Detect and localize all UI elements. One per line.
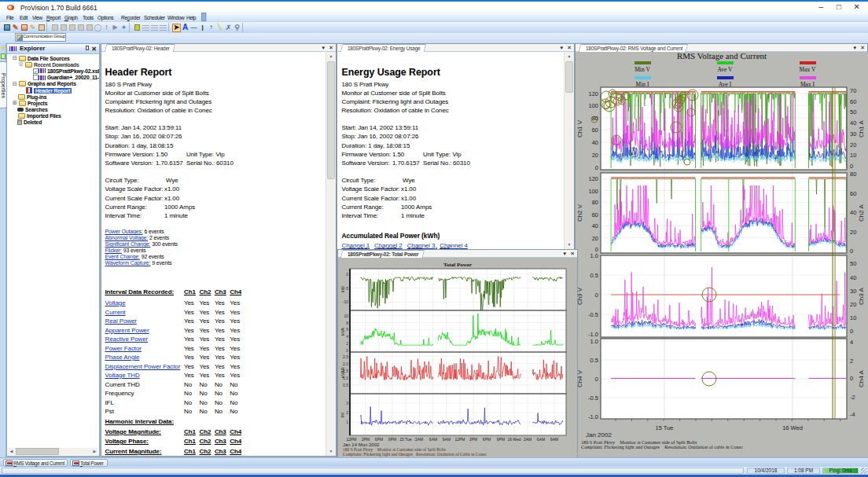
svg-text:1.0: 1.0 bbox=[590, 338, 598, 345]
svg-text:kVA: kVA bbox=[340, 328, 345, 336]
svg-text:40: 40 bbox=[850, 209, 856, 216]
svg-text:6AM: 6AM bbox=[537, 437, 545, 442]
svg-text:3PM: 3PM bbox=[469, 437, 477, 442]
svg-text:2: 2 bbox=[850, 358, 853, 365]
svg-text:4: 4 bbox=[850, 339, 853, 346]
svg-text:8: 8 bbox=[346, 321, 348, 325]
svg-text:Ch2 A: Ch2 A bbox=[858, 204, 865, 221]
svg-text:Complaint: Flickering light an: Complaint: Flickering light and Outages … bbox=[581, 444, 743, 449]
svg-text:0: 0 bbox=[850, 163, 853, 170]
svg-text:6PM: 6PM bbox=[483, 437, 491, 442]
svg-text:Ch1 V: Ch1 V bbox=[576, 119, 583, 138]
svg-text:40: 40 bbox=[592, 222, 598, 229]
svg-text:50: 50 bbox=[850, 260, 856, 267]
svg-text:12PM: 12PM bbox=[346, 437, 356, 442]
svg-text:20: 20 bbox=[592, 152, 598, 159]
svg-text:80: 80 bbox=[850, 171, 856, 178]
svg-text:-2: -2 bbox=[850, 394, 855, 401]
svg-text:0.5: 0.5 bbox=[590, 357, 598, 364]
svg-text:16 Wed: 16 Wed bbox=[507, 437, 520, 442]
svg-text:3PM: 3PM bbox=[362, 437, 370, 442]
svg-text:15 Tue: 15 Tue bbox=[399, 437, 412, 442]
svg-text:-0.5: -0.5 bbox=[588, 311, 598, 318]
svg-text:20: 20 bbox=[850, 141, 856, 149]
svg-text:120: 120 bbox=[588, 175, 598, 182]
svg-text:70: 70 bbox=[850, 87, 856, 94]
svg-text:2: 2 bbox=[346, 341, 348, 346]
svg-text:20: 20 bbox=[850, 301, 856, 308]
svg-text:100: 100 bbox=[588, 102, 598, 109]
svg-text:-1.0: -1.0 bbox=[588, 413, 598, 420]
svg-text:0.5: 0.5 bbox=[590, 272, 598, 279]
svg-text:Ch1 A: Ch1 A bbox=[858, 119, 865, 137]
svg-text:Jan 2002: Jan 2002 bbox=[586, 431, 612, 438]
svg-text:0: 0 bbox=[595, 292, 598, 299]
svg-text:50: 50 bbox=[850, 108, 856, 116]
svg-text:60: 60 bbox=[850, 98, 856, 105]
svg-text:16 Wed: 16 Wed bbox=[782, 424, 803, 431]
svg-text:80: 80 bbox=[592, 199, 598, 206]
svg-text:0: 0 bbox=[850, 375, 853, 382]
svg-text:Complaint: Flickering light an: Complaint: Flickering light and Outages … bbox=[343, 452, 487, 457]
svg-text:0: 0 bbox=[346, 348, 348, 353]
svg-text:0: 0 bbox=[346, 272, 348, 277]
svg-text:20: 20 bbox=[850, 229, 856, 236]
svg-text:0: 0 bbox=[850, 328, 853, 335]
svg-text:Ave V: Ave V bbox=[717, 66, 733, 73]
svg-text:Min V: Min V bbox=[634, 66, 650, 73]
svg-text:1.0: 1.0 bbox=[590, 252, 598, 259]
svg-text:Total Power: Total Power bbox=[443, 262, 472, 268]
svg-text:-1.0: -1.0 bbox=[588, 331, 598, 338]
svg-text:2.0: 2.0 bbox=[343, 361, 348, 366]
svg-text:30: 30 bbox=[850, 130, 856, 138]
svg-text:180 S Pratt Pkwy Monitor at: 180 S Pratt Pkwy Monitor at Customer sid… bbox=[343, 447, 446, 452]
svg-text:RMS Voltage and Current: RMS Voltage and Current bbox=[677, 52, 767, 61]
svg-text:40: 40 bbox=[850, 119, 856, 127]
svg-text:40: 40 bbox=[850, 274, 856, 281]
svg-text:12PM: 12PM bbox=[454, 437, 465, 442]
svg-text:9PM: 9PM bbox=[497, 437, 505, 442]
svg-text:-10: -10 bbox=[343, 299, 348, 304]
svg-text:9AM: 9AM bbox=[443, 437, 451, 442]
svg-text:Ch2 V: Ch2 V bbox=[576, 204, 583, 222]
svg-text:-0.5: -0.5 bbox=[588, 394, 598, 402]
svg-text:30: 30 bbox=[850, 288, 856, 295]
svg-text:40: 40 bbox=[592, 139, 598, 146]
svg-text:Ch4 A: Ch4 A bbox=[858, 369, 865, 387]
svg-text:3: 3 bbox=[346, 401, 348, 405]
svg-text:60: 60 bbox=[850, 190, 856, 197]
svg-text:0: 0 bbox=[850, 248, 853, 255]
svg-text:Ch3 A: Ch3 A bbox=[858, 287, 865, 304]
svg-text:0: 0 bbox=[595, 376, 598, 383]
svg-text:kW: kW bbox=[340, 285, 345, 292]
svg-text:60: 60 bbox=[592, 211, 598, 218]
svg-text:15 Tue: 15 Tue bbox=[656, 424, 674, 431]
svg-text:120: 120 bbox=[588, 90, 598, 97]
svg-text:100: 100 bbox=[588, 188, 598, 195]
svg-text:2.5: 2.5 bbox=[343, 354, 348, 359]
svg-text:3AM: 3AM bbox=[415, 437, 423, 442]
svg-text:2: 2 bbox=[346, 410, 348, 415]
svg-text:PF: PF bbox=[340, 412, 345, 418]
svg-text:-5: -5 bbox=[345, 286, 349, 291]
svg-text:4: 4 bbox=[346, 334, 348, 339]
svg-text:10: 10 bbox=[850, 152, 856, 159]
svg-text:6PM: 6PM bbox=[375, 437, 383, 442]
svg-text:1: 1 bbox=[346, 420, 348, 424]
svg-text:20: 20 bbox=[592, 235, 598, 242]
svg-text:0: 0 bbox=[595, 164, 598, 171]
svg-text:-4: -4 bbox=[850, 411, 855, 418]
svg-text:Max V: Max V bbox=[800, 66, 816, 73]
svg-text:9PM: 9PM bbox=[388, 437, 396, 442]
svg-text:60: 60 bbox=[592, 127, 598, 134]
svg-text:0.5: 0.5 bbox=[343, 383, 348, 387]
svg-text:3AM: 3AM bbox=[524, 437, 531, 442]
svg-text:10: 10 bbox=[850, 314, 856, 321]
svg-text:9AM: 9AM bbox=[550, 437, 558, 442]
svg-text:kVAR: kVAR bbox=[340, 367, 345, 378]
svg-text:6AM: 6AM bbox=[429, 437, 437, 442]
svg-text:10: 10 bbox=[344, 314, 348, 318]
svg-text:80: 80 bbox=[592, 115, 598, 122]
svg-text:6: 6 bbox=[346, 327, 348, 332]
